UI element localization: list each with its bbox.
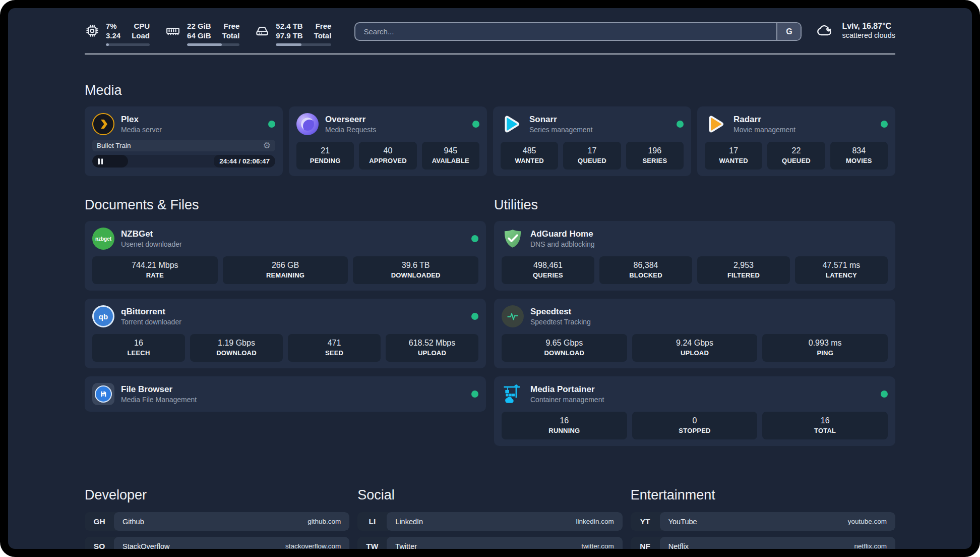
radarr-icon [705,113,727,135]
weather-widget[interactable]: Lviv, 16.87°C scattered clouds [815,21,895,39]
stat-label: RUNNING [504,427,625,434]
stat-value: 17 [565,146,619,155]
now-playing-row: Bullet Train ⚙ [92,140,275,151]
section-title-entertainment: Entertainment [631,487,895,503]
stat-label: AVAILABLE [424,157,477,164]
stat-label: PENDING [298,157,352,164]
bookmark-name: StackOverflow [122,542,169,549]
filebrowser-icon [92,383,114,405]
app-card-portainer[interactable]: Media Portainer Container management 16 … [494,376,895,446]
stat-tile: 17 QUEUED [563,142,621,170]
weather-condition: scattered clouds [842,31,895,39]
documents-column: Documents & Files nzbget NZBGet Usenet d… [85,197,486,412]
bookmark-github[interactable]: GH Githubgithub.com [85,512,349,531]
memory-progress-track [187,43,239,46]
search-bar: G [354,22,802,41]
section-title-utilities: Utilities [494,197,895,213]
bookmark-twitter[interactable]: TW Twittertwitter.com [357,537,622,549]
disk-progress-fill [276,43,301,46]
cloud-icon [815,21,835,39]
stat-tile: 498,461 QUERIES [502,256,594,284]
app-name: File Browser [121,384,197,395]
stat-value: 39.6 TB [355,261,476,270]
stat-label: UPLOAD [634,349,756,357]
app-card-filebrowser[interactable]: File Browser Media File Management [85,376,486,412]
stat-label: WANTED [503,157,556,164]
app-description: DNS and adblocking [530,240,595,248]
app-name: AdGuard Home [530,229,595,239]
stat-value: 47.571 ms [797,261,886,270]
app-card-plex[interactable]: Plex Media server Bullet Train ⚙ 24:44 /… [85,106,283,176]
stat-label: WANTED [707,157,760,164]
app-name: Sonarr [529,115,592,125]
adguard-icon [502,228,524,250]
media-cards-row: Plex Media server Bullet Train ⚙ 24:44 /… [85,106,895,176]
stat-tile: 485 WANTED [501,142,558,170]
bookmark-netflix[interactable]: NF Netflixnetflix.com [631,537,895,549]
overseerr-icon [296,113,319,135]
speedtest-icon [502,305,524,327]
bookmark-stackoverflow[interactable]: SO StackOverflowstackoverflow.com [85,537,349,549]
bookmark-abbr: TW [357,537,387,549]
status-dot-online [268,121,275,128]
app-description: Speedtest Tracking [530,318,591,326]
portainer-icon [502,383,524,405]
top-bar: 7% CPU 3.24 Load 22 GiB Free 64 Gi [85,8,895,46]
now-playing-title: Bullet Train [97,142,131,149]
bookmark-name: Netflix [668,542,689,549]
stat-tile: 9.65 Gbps DOWNLOAD [502,334,627,362]
stat-value: 22 [769,146,823,155]
stat-label: DOWNLOADED [355,271,476,279]
app-name: Speedtest [530,307,591,317]
stat-tile: 22 QUEUED [767,142,825,170]
disk-widget: 52.4 TB Free 97.9 TB Total [255,21,331,46]
stat-value: 16 [94,339,183,348]
app-card-speedtest[interactable]: Speedtest Speedtest Tracking 9.65 Gbps D… [494,299,895,368]
nzbget-icon: nzbget [92,228,114,250]
status-dot-online [881,121,888,128]
search-engine-button[interactable]: G [776,23,801,40]
app-card-sonarr[interactable]: Sonarr Series management 485 WANTED 17 Q… [493,106,691,176]
bookmarks-social: Social LI LinkedInlinkedin.com TW Twitte… [357,487,622,549]
app-description: Media Requests [325,126,376,134]
stat-value: 266 GB [225,261,346,270]
stat-tile: 618.52 Mbps UPLOAD [386,334,478,362]
bookmark-url: linkedin.com [576,518,614,525]
stat-tile: 0 STOPPED [632,412,758,439]
stat-tile: 40 APPROVED [359,142,416,170]
stat-value: 9.24 Gbps [634,339,756,348]
stat-label: MOVIES [832,157,886,164]
stat-label: RATE [94,271,216,279]
stat-tile: 17 WANTED [705,142,762,170]
gear-icon[interactable]: ⚙ [263,141,271,150]
cpu-progress-fill [106,43,109,46]
stat-label: STOPPED [634,427,756,434]
app-card-overseerr[interactable]: Overseerr Media Requests 21 PENDING 40 A… [289,106,487,176]
bookmark-linkedin[interactable]: LI LinkedInlinkedin.com [357,512,622,531]
playback-progress-bar[interactable]: 24:44 / 02:06:47 [92,155,275,168]
cpu-load-value: 3.24 [106,31,120,40]
app-card-radarr[interactable]: Radarr Movie management 17 WANTED 22 QUE… [697,106,895,176]
bookmark-abbr: YT [631,512,660,531]
stat-value: 834 [832,146,886,155]
bookmark-abbr: LI [357,512,387,531]
bookmark-name: Twitter [395,542,417,549]
stat-value: 485 [503,146,556,155]
memory-label2: Total [222,31,240,40]
bookmark-name: Github [122,518,144,526]
stat-label: DOWNLOAD [192,349,281,357]
status-dot-online [881,391,888,398]
app-card-qbittorrent[interactable]: qb qBittorrent Torrent downloader 16 LEE… [85,299,486,368]
app-card-adguard[interactable]: AdGuard Home DNS and adblocking 498,461 … [494,221,895,291]
stat-value: 471 [290,339,379,348]
section-title-social: Social [357,487,622,503]
stat-value: 86,384 [601,261,690,270]
stat-value: 21 [298,146,352,155]
app-card-nzbget[interactable]: nzbget NZBGet Usenet downloader 744.21 M… [85,221,486,291]
pause-icon[interactable] [98,158,103,164]
stat-value: 16 [504,416,625,425]
disk-total-value: 97.9 TB [276,31,302,40]
bookmark-youtube[interactable]: YT YouTubeyoutube.com [631,512,895,531]
dashboard-page: 7% CPU 3.24 Load 22 GiB Free 64 Gi [8,8,972,549]
search-input[interactable] [355,23,776,40]
